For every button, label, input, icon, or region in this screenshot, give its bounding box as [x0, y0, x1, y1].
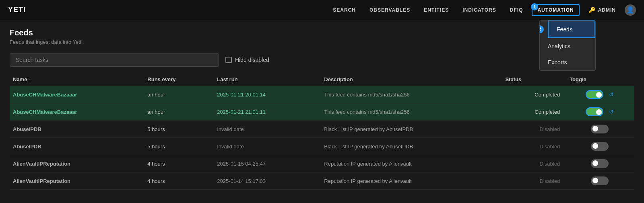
- cell-name: AbuseCHMalwareBazaaar: [10, 86, 142, 103]
- cell-runs-every: an hour: [142, 86, 212, 103]
- toggle-knob: [592, 126, 598, 131]
- table-row: AlienVaultIPReputation4 hours2025-01-14 …: [10, 172, 634, 190]
- cell-last-run: 2025-01-14 15:17:03: [212, 172, 319, 190]
- cell-description: This feed contains md5/sha1/sha256: [319, 86, 500, 103]
- cell-toggle: [565, 155, 634, 172]
- cell-runs-every: 5 hours: [142, 138, 212, 155]
- table-header: Name ↑ Runs every Last run Description S…: [10, 73, 634, 86]
- cell-description: Black List IP generated by AbuseIPDB: [319, 121, 500, 138]
- toggle-knob: [596, 109, 602, 115]
- table-row: AbuseCHMalwareBazaaaran hour2025-01-21 2…: [10, 86, 634, 103]
- nav-admin[interactable]: 🔑 ADMIN: [584, 4, 621, 16]
- brand-logo: YETI: [8, 6, 26, 14]
- cell-name: AlienVaultIPReputation: [10, 155, 142, 172]
- feeds-badge: 2: [539, 25, 544, 33]
- cell-name: AlienVaultIPReputation: [10, 172, 142, 190]
- cell-status: Disabled: [500, 121, 565, 138]
- cell-status: Completed: [500, 86, 565, 103]
- hide-disabled-checkbox[interactable]: [225, 57, 232, 63]
- cell-name: AbuseCHMalwareBazaaar: [10, 103, 142, 121]
- cell-runs-every: an hour: [142, 103, 212, 121]
- toggle-switch[interactable]: [586, 90, 603, 99]
- refresh-icon[interactable]: ↺: [609, 109, 614, 115]
- nav-search[interactable]: SEARCH: [328, 5, 361, 15]
- key-icon: 🔑: [588, 7, 596, 13]
- nav-dfiq[interactable]: DFIQ: [505, 5, 528, 15]
- cell-runs-every: 4 hours: [142, 172, 212, 190]
- cell-status: Disabled: [500, 155, 565, 172]
- cell-description: Reputation IP generated by Alienvault: [319, 172, 500, 190]
- cell-last-run: Invalid date: [212, 138, 319, 155]
- toggle-switch[interactable]: [591, 176, 609, 185]
- toggle-switch[interactable]: [591, 125, 609, 133]
- table-row: AlienVaultIPReputation4 hours2025-01-15 …: [10, 155, 634, 172]
- nav-indicators[interactable]: INDICATORS: [458, 5, 501, 15]
- cell-status: Disabled: [500, 172, 565, 190]
- col-description: Description: [319, 73, 500, 86]
- cell-last-run: 2025-01-21 20:01:14: [212, 86, 319, 103]
- cell-description: This feed contains md5/sha1/sha256: [319, 103, 500, 121]
- dropdown-feeds[interactable]: Feeds: [548, 21, 595, 38]
- search-input[interactable]: [10, 53, 219, 67]
- dropdown-analytics[interactable]: Analytics: [540, 38, 595, 54]
- nav-items: SEARCH OBSERVABLES ENTITIES INDICATORS D…: [328, 4, 636, 16]
- cell-toggle: ↺: [565, 86, 634, 103]
- toggle-knob: [592, 178, 598, 183]
- cell-last-run: 2025-01-21 21:01:11: [212, 103, 319, 121]
- nav-observables[interactable]: OBSERVABLES: [365, 5, 415, 15]
- cell-toggle: [565, 172, 634, 190]
- automation-badge: 1: [531, 3, 538, 10]
- cell-runs-every: 4 hours: [142, 155, 212, 172]
- cell-description: Reputation IP generated by Alienvault: [319, 155, 500, 172]
- table-row: AbuseIPDB5 hoursInvalid dateBlack List I…: [10, 138, 634, 155]
- cell-last-run: 2025-01-15 04:25:47: [212, 155, 319, 172]
- toggle-knob: [592, 143, 598, 149]
- user-avatar[interactable]: 👤: [625, 4, 636, 16]
- col-toggle: Toggle: [565, 73, 634, 86]
- toggle-switch[interactable]: [586, 107, 603, 116]
- cell-last-run: Invalid date: [212, 121, 319, 138]
- col-runs-every: Runs every: [142, 73, 212, 86]
- table-body: AbuseCHMalwareBazaaaran hour2025-01-21 2…: [10, 86, 634, 190]
- cell-toggle: [565, 138, 634, 155]
- toggle-switch[interactable]: [591, 142, 609, 151]
- col-name: Name ↑: [10, 73, 142, 86]
- cell-runs-every: 5 hours: [142, 121, 212, 138]
- feeds-table: Name ↑ Runs every Last run Description S…: [10, 73, 634, 190]
- hide-disabled-label[interactable]: Hide disabled: [225, 57, 269, 63]
- cell-toggle: [565, 121, 634, 138]
- table-row: AbuseIPDB5 hoursInvalid dateBlack List I…: [10, 121, 634, 138]
- toggle-switch[interactable]: [591, 159, 609, 168]
- sort-arrow-icon: ↑: [29, 77, 31, 82]
- navbar: YETI SEARCH OBSERVABLES ENTITIES INDICAT…: [0, 0, 644, 20]
- cell-status: Completed: [500, 103, 565, 121]
- toggle-knob: [596, 92, 602, 98]
- cell-toggle: ↺: [565, 103, 634, 121]
- cell-name: AbuseIPDB: [10, 121, 142, 138]
- table-header-row: Name ↑ Runs every Last run Description S…: [10, 73, 634, 86]
- toggle-knob: [592, 160, 598, 166]
- cell-status: Disabled: [500, 138, 565, 155]
- nav-entities[interactable]: ENTITIES: [419, 5, 454, 15]
- nav-automation[interactable]: 1 AUTOMATION: [532, 4, 579, 16]
- col-last-run: Last run: [212, 73, 319, 86]
- dropdown-exports[interactable]: Exports: [540, 54, 595, 70]
- refresh-icon[interactable]: ↺: [609, 91, 614, 98]
- col-status: Status: [500, 73, 565, 86]
- automation-dropdown: 2 Feeds Analytics Exports: [539, 20, 596, 71]
- cell-description: Black List IP generated by AbuseIPDB: [319, 138, 500, 155]
- table-row: AbuseCHMalwareBazaaaran hour2025-01-21 2…: [10, 103, 634, 121]
- cell-name: AbuseIPDB: [10, 138, 142, 155]
